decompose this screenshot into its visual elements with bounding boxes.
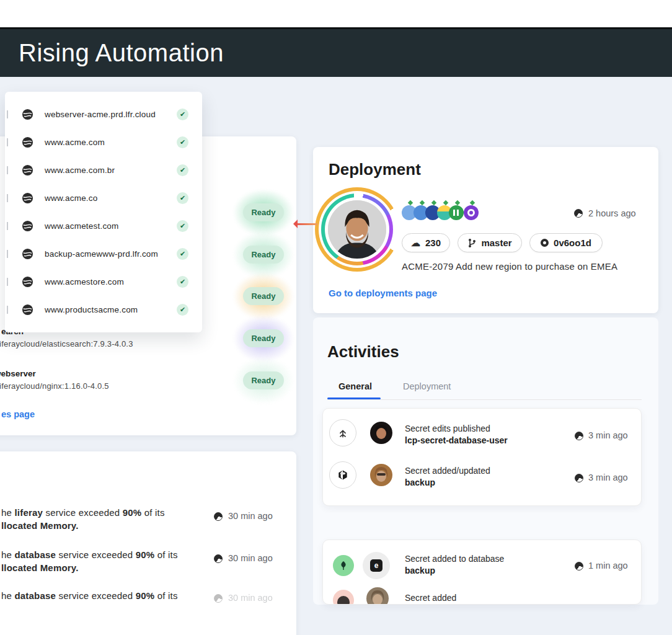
activity-time: 3 min ago <box>588 430 628 440</box>
domain-row[interactable]: www.acme.com.br ✔ <box>5 156 202 184</box>
tab-divider <box>327 399 642 400</box>
header-bar: Rising Automation <box>0 27 672 77</box>
domain-row[interactable]: www.acme.co ✔ <box>5 184 202 212</box>
avatar-progress-ring <box>315 187 399 272</box>
publish-icon <box>329 419 356 446</box>
domain-label: webserver-acme.prd.lfr.cloud <box>45 110 156 119</box>
activity-line1: Secret added/updated <box>405 466 490 476</box>
row-tick <box>7 110 8 118</box>
globe-icon <box>22 164 33 176</box>
avatar <box>370 422 392 444</box>
status-check-icon: ✔ <box>177 248 188 260</box>
pause-service-icon <box>449 205 464 220</box>
branch-pill: master <box>458 233 522 252</box>
services-page-link[interactable]: es page <box>1 409 35 419</box>
app-title: Rising Automation <box>19 29 224 77</box>
domain-label: backup-acmewww-prd.lfr.com <box>45 249 158 259</box>
status-check-icon: ✔ <box>177 220 188 232</box>
globe-icon <box>22 109 33 120</box>
clock-icon <box>575 562 583 571</box>
left-arrow-icon <box>289 220 298 228</box>
avatar <box>370 464 392 486</box>
ready-badge-label: Ready <box>243 371 284 389</box>
globe-icon <box>22 276 33 288</box>
connection-arrow-line <box>295 223 317 225</box>
alert-text-line2: llocated Memory. <box>1 562 79 573</box>
status-check-icon: ✔ <box>177 136 188 148</box>
status-check-icon: ✔ <box>177 164 188 176</box>
avatar <box>333 590 354 605</box>
build-count-pill: ☁ 230 <box>402 233 450 252</box>
ready-badge: Ready <box>241 242 286 268</box>
row-tick <box>7 222 8 230</box>
globe-icon <box>22 304 33 316</box>
row-tick <box>7 166 8 174</box>
alert-text: he liferay service exceeded 90% of its <box>1 507 165 518</box>
activity-line1: Secret added <box>405 593 456 603</box>
pill-value: 0v6oo1d <box>554 238 591 248</box>
alert-text: he database service exceeded 90% of its <box>1 590 178 601</box>
clock-icon <box>214 512 223 521</box>
deployment-title: Deployment <box>329 160 421 179</box>
activity-line2: lcp-secret-database-user <box>405 435 508 445</box>
tab-general[interactable]: General <box>338 381 372 391</box>
domain-row[interactable]: www.acmetest.com ✔ <box>5 212 202 240</box>
activity-time: 3 min ago <box>588 473 628 482</box>
domain-label: www.productsacme.com <box>45 305 138 314</box>
row-tick <box>7 138 8 146</box>
tab-deployment[interactable]: Deployment <box>403 381 451 391</box>
status-check-icon: ✔ <box>177 192 188 204</box>
deployment-time: 2 hours ago <box>588 208 636 218</box>
row-tick <box>7 194 8 202</box>
alert-time: 30 min ago <box>228 553 273 563</box>
domain-row[interactable]: www.acmestore.com ✔ <box>5 268 202 296</box>
domain-label: www.acme.co <box>45 193 97 203</box>
globe-icon <box>22 220 33 232</box>
activity-line1: Secret edits published <box>405 424 490 433</box>
activity-time: 1 min ago <box>588 561 628 571</box>
deployment-description: ACME-2079 Add new region to purchase on … <box>402 261 617 272</box>
alert-text: he database service exceeded 90% of its <box>1 549 178 560</box>
ready-badge-label: Ready <box>243 329 284 347</box>
cloud-icon: ☁ <box>411 238 420 247</box>
ready-badge-label: Ready <box>243 203 284 221</box>
domain-label: www.acmetest.com <box>45 221 118 231</box>
commit-pill: 0v6oo1d <box>529 233 603 252</box>
commit-icon <box>541 239 549 247</box>
deployment-avatar <box>328 200 386 259</box>
avatar-gradient-ring <box>321 193 393 265</box>
domain-row[interactable]: www.acme.com ✔ <box>5 128 202 156</box>
ready-badge: Ready <box>241 200 286 226</box>
domain-row[interactable]: www.productsacme.com ✔ <box>5 296 202 324</box>
ready-badge: Ready <box>241 368 286 394</box>
alert-text-line2: llocated Memory. <box>1 520 79 531</box>
activity-card: e Secret added to database backup 1 min … <box>322 540 642 605</box>
activity-line2: backup <box>405 477 435 487</box>
row-tick <box>7 250 8 258</box>
clock-icon <box>574 209 583 218</box>
status-check-icon: ✔ <box>177 276 188 288</box>
ready-badge: Ready <box>241 283 286 309</box>
alerts-card <box>0 451 296 635</box>
domain-row[interactable]: backup-acmewww-prd.lfr.com ✔ <box>5 240 202 268</box>
service-image: liferaycloud/elasticsearch:7.9.3-4.0.3 <box>0 339 133 349</box>
activity-line2: backup <box>405 566 435 575</box>
activities-title: Activities <box>327 342 399 362</box>
ready-badge-label: Ready <box>243 287 284 305</box>
pill-value: master <box>481 238 511 248</box>
branch-icon <box>467 238 476 248</box>
clock-icon <box>575 432 583 440</box>
container-letter: e <box>370 559 382 572</box>
leaf-badge-icon <box>333 555 354 576</box>
alert-time: 30 min ago <box>228 593 273 603</box>
service-name: webserver <box>0 369 36 378</box>
status-check-icon: ✔ <box>177 304 188 316</box>
domain-label: www.acmestore.com <box>45 277 124 286</box>
service-image: liferaycloud/nginx:1.16.0-4.0.5 <box>0 381 109 391</box>
deployments-page-link[interactable]: Go to deployments page <box>329 288 437 298</box>
domain-row[interactable]: webserver-acme.prd.lfr.cloud ✔ <box>5 100 202 128</box>
activity-card: Secret edits published lcp-secret-databa… <box>322 408 642 506</box>
ready-badge-label: Ready <box>243 246 284 264</box>
container-icon: e <box>363 552 390 579</box>
activity-line1: Secret added to database <box>405 554 504 564</box>
